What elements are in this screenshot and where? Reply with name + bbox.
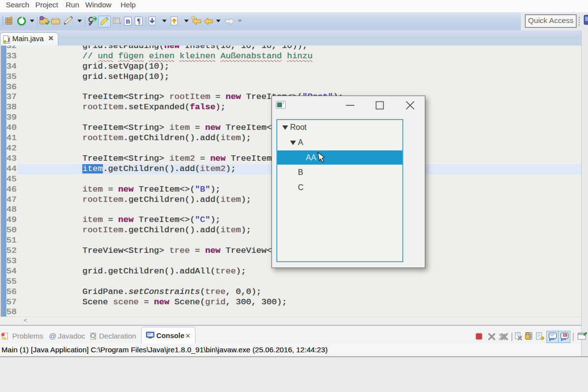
svg-text:¶: ¶ <box>137 18 141 25</box>
svg-text:J: J <box>7 37 10 44</box>
svg-text:B: B <box>125 18 130 25</box>
